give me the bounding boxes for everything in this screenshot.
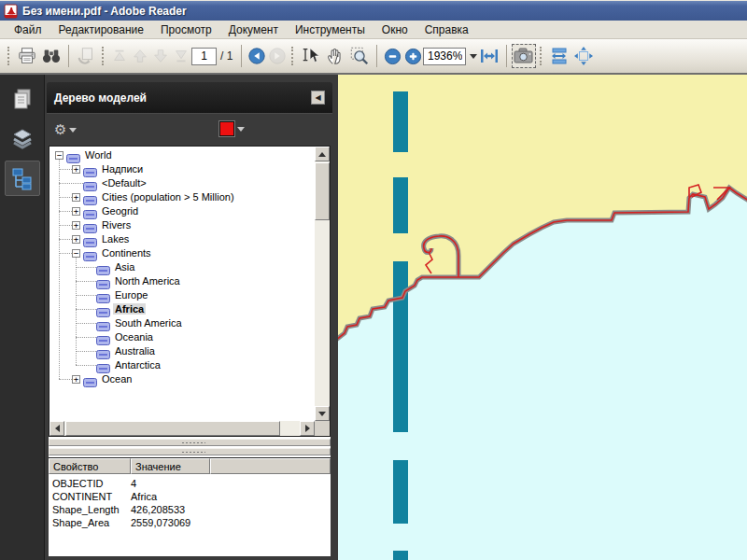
last-page-button[interactable] — [171, 44, 191, 68]
menu-item-2[interactable]: Просмотр — [152, 21, 220, 38]
tree-item-lakes[interactable]: +Lakes — [49, 232, 315, 246]
tree-item-australia[interactable]: Australia — [49, 344, 315, 358]
previous-page-button[interactable] — [130, 44, 150, 68]
tree-item-надписи[interactable]: +Надписи — [49, 162, 315, 176]
tree-connector — [76, 281, 96, 282]
pdf-map-page[interactable] — [338, 75, 747, 560]
layers-tab[interactable] — [5, 121, 40, 157]
collapse-toggle[interactable]: − — [55, 151, 63, 160]
tree-item-cities-population-5-million-[interactable]: +Cities (population > 5 Million) — [49, 190, 315, 204]
property-row: Shape_Length426,208533 — [49, 503, 331, 516]
menu-item-6[interactable]: Справка — [416, 21, 477, 38]
print-button[interactable] — [15, 44, 39, 68]
tree-item-europe[interactable]: Europe — [49, 288, 315, 302]
back-button[interactable] — [247, 44, 267, 68]
scroll-down-button[interactable] — [315, 406, 330, 421]
scroll-right-button[interactable] — [300, 421, 315, 436]
tree-connector — [59, 211, 72, 212]
options-dropdown-arrow[interactable] — [69, 128, 77, 133]
expand-toggle[interactable]: + — [72, 165, 80, 174]
scroll-up-button[interactable] — [315, 147, 330, 161]
zoom-out-icon — [384, 48, 402, 65]
toolbar-grip[interactable] — [102, 47, 106, 65]
pages-icon — [11, 88, 34, 112]
tree-item-oceania[interactable]: Oceania — [49, 330, 315, 344]
next-page-button[interactable] — [150, 44, 171, 68]
options-gear-icon[interactable]: ⚙ — [54, 121, 66, 138]
menu-item-3[interactable]: Документ — [220, 21, 287, 38]
expand-toggle[interactable]: + — [72, 235, 80, 244]
search-button[interactable] — [39, 44, 63, 68]
email-button[interactable] — [74, 44, 98, 68]
tree-item-label: Australia — [113, 345, 157, 357]
forward-button[interactable] — [267, 44, 288, 68]
splitter-handle[interactable] — [49, 439, 331, 446]
page-total-label: / 1 — [220, 49, 233, 63]
menu-item-1[interactable]: Редактирование — [50, 21, 152, 38]
tree-item-rivers[interactable]: +Rivers — [49, 218, 315, 232]
tree-connector — [59, 197, 72, 198]
vertical-scroll-thumb[interactable] — [315, 162, 330, 220]
tree-connector — [59, 169, 72, 170]
expand-toggle[interactable]: + — [72, 375, 80, 384]
fit-page-button[interactable] — [571, 44, 596, 68]
tree-horizontal-scrollbar[interactable] — [49, 421, 315, 436]
property-column-header[interactable]: Свойство — [49, 458, 131, 474]
horizontal-scroll-thumb[interactable] — [65, 421, 280, 436]
tree-vertical-scrollbar[interactable] — [315, 147, 330, 421]
print-icon — [17, 46, 37, 66]
tree-item-antarctica[interactable]: Antarctica — [49, 358, 315, 372]
scrolling-pages-button[interactable] — [547, 44, 571, 68]
tree-item-geogrid[interactable]: +Geogrid — [49, 204, 315, 218]
tree-item-africa[interactable]: Africa — [49, 302, 315, 316]
toolbar-separator — [376, 45, 377, 67]
adobe-reader-window: { "window": { "title": "Без имени.pdf - … — [0, 0, 747, 560]
tree-item--default-[interactable]: <Default> — [49, 176, 315, 190]
zoom-out-button[interactable] — [382, 44, 402, 68]
menu-item-0[interactable]: Файл — [6, 21, 50, 38]
tree-item-south-america[interactable]: South America — [49, 316, 315, 330]
pages-tab[interactable] — [5, 82, 40, 118]
value-column-header[interactable]: Значение — [131, 458, 210, 474]
expand-toggle[interactable]: + — [72, 207, 80, 216]
fit-width-button[interactable] — [477, 44, 501, 68]
model-tree-tab[interactable] — [5, 161, 40, 196]
property-name: Shape_Length — [52, 503, 131, 516]
tree-item-continents[interactable]: −Continents — [49, 246, 315, 260]
marquee-zoom-button[interactable] — [347, 44, 372, 68]
highlight-color-swatch[interactable] — [219, 121, 234, 136]
property-value: 2559,073069 — [131, 516, 190, 529]
collapse-toggle[interactable]: − — [72, 249, 80, 258]
page-number-input[interactable] — [191, 48, 217, 65]
tree-item-ocean[interactable]: +Ocean — [49, 372, 315, 386]
expand-toggle[interactable]: + — [72, 193, 80, 202]
search-binoculars-icon — [41, 46, 62, 66]
first-page-button[interactable] — [109, 44, 130, 68]
menu-item-4[interactable]: Инструменты — [287, 21, 374, 38]
window-title: Без имени.pdf - Adobe Reader — [22, 5, 187, 18]
collapse-panel-button[interactable]: ◀ — [311, 91, 325, 105]
select-tool-button[interactable] — [299, 44, 323, 68]
zoom-in-button[interactable] — [402, 44, 423, 68]
empty-column-header — [210, 458, 331, 474]
tree-item-asia[interactable]: Asia — [49, 260, 315, 274]
tree-item-world[interactable]: −World — [49, 148, 315, 162]
zoom-dropdown-arrow[interactable] — [470, 54, 477, 59]
splitter-handle[interactable] — [49, 448, 331, 455]
scroll-left-button[interactable] — [49, 421, 64, 436]
tree-item-label: Europe — [113, 289, 149, 301]
property-row: OBJECTID4 — [49, 477, 331, 490]
color-dropdown-arrow[interactable] — [237, 127, 245, 132]
toolbar-grip[interactable] — [7, 47, 11, 65]
toolbar-grip[interactable] — [540, 47, 543, 65]
next-page-icon — [152, 48, 169, 64]
model-node-icon — [83, 220, 97, 230]
zoom-level-input[interactable] — [423, 48, 466, 65]
menu-item-5[interactable]: Окно — [374, 21, 416, 38]
tree-item-north-america[interactable]: North America — [49, 274, 315, 288]
snapshot-button[interactable] — [512, 44, 536, 68]
expand-toggle[interactable]: + — [72, 221, 80, 230]
title-bar[interactable]: Без имени.pdf - Adobe Reader — [0, 0, 747, 21]
toolbar-grip[interactable] — [291, 47, 295, 65]
hand-tool-button[interactable] — [323, 44, 347, 68]
